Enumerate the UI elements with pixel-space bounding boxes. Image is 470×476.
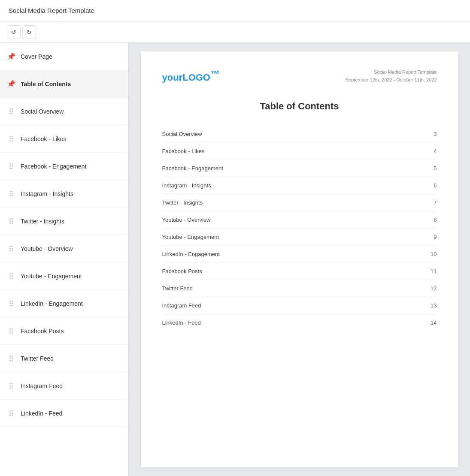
toc-entry: Twitter - Insights7 (162, 194, 437, 211)
toc-entry-label: Facebook - Engagement (162, 165, 223, 172)
sidebar-item-label: Twitter - Insights (21, 218, 64, 225)
drag-icon (7, 410, 15, 416)
page-top: yourLOGO™ Social Media Report Template S… (162, 69, 437, 84)
toc-entry-page: 3 (434, 131, 437, 137)
sidebar-item-linkedin-engagement[interactable]: LinkedIn - Engagement (0, 290, 128, 317)
report-title-meta: Social Media Report Template (346, 69, 437, 76)
toc-entry: LinkedIn - Feed14 (162, 314, 437, 331)
sidebar-item-label: LinkedIn - Engagement (21, 300, 83, 307)
toc-entry-label: Instagram - Insights (162, 182, 211, 189)
app-title: Social Media Report Template (9, 7, 94, 14)
sidebar-item-twitter-insights[interactable]: Twitter - Insights (0, 208, 128, 235)
sidebar-item-instagram-insights[interactable]: Instagram - Insights (0, 180, 128, 208)
toc-entry: Youtube - Engagement9 (162, 229, 437, 246)
date-range: September 12th, 2022 - October 11th, 202… (346, 76, 437, 84)
toc-entry: LinkedIn - Engagement10 (162, 246, 437, 263)
drag-icon (7, 246, 15, 251)
sidebar-item-facebook-engagement[interactable]: Facebook - Engagement (0, 153, 128, 180)
sidebar-item-label: Instagram - Insights (21, 190, 73, 197)
pin-icon: 📌 (7, 52, 15, 60)
sidebar-item-label: Facebook - Likes (21, 136, 67, 142)
toolbar: ↺ ↻ (0, 21, 470, 43)
toc-entry-page: 6 (434, 182, 437, 189)
sidebar: 📌Cover Page📌Table of ContentsSocial Over… (0, 43, 129, 476)
sidebar-item-youtube-overview[interactable]: Youtube - Overview (0, 235, 128, 262)
sidebar-item-social-overview[interactable]: Social Overview (0, 98, 128, 125)
sidebar-item-label: Cover Page (21, 53, 52, 60)
logo-tm: ™ (210, 69, 220, 79)
sidebar-item-label: Facebook Posts (21, 328, 64, 334)
toc-entry-label: Facebook Posts (162, 268, 202, 274)
sidebar-item-twitter-feed[interactable]: Twitter Feed (0, 345, 128, 372)
toc-entry-page: 7 (434, 199, 437, 206)
logo-brand: LOGO (182, 72, 210, 83)
toc-entry-label: Facebook - Likes (162, 148, 205, 154)
toc-list: Social Overview3Facebook - Likes4Faceboo… (162, 126, 437, 331)
page-card: yourLOGO™ Social Media Report Template S… (141, 51, 458, 467)
sidebar-item-linkedin-feed[interactable]: LinkedIn - Feed (0, 400, 128, 427)
toc-entry-page: 5 (434, 165, 437, 172)
undo-button[interactable]: ↺ (7, 25, 21, 39)
logo-prefix: your (162, 72, 183, 83)
drag-icon (7, 273, 15, 279)
toc-entry-page: 13 (431, 302, 437, 309)
drag-icon (7, 163, 15, 169)
toc-entry-label: Twitter Feed (162, 285, 193, 292)
toc-entry-page: 14 (431, 319, 437, 326)
drag-icon (7, 218, 15, 224)
toc-entry: Twitter Feed12 (162, 280, 437, 297)
toc-entry-page: 8 (434, 217, 437, 223)
toc-entry-page: 9 (434, 234, 437, 240)
page-meta: Social Media Report Template September 1… (346, 69, 437, 84)
toc-entry-page: 10 (431, 251, 437, 257)
main-layout: 📌Cover Page📌Table of ContentsSocial Over… (0, 43, 470, 476)
sidebar-item-label: Table of Contents (21, 81, 71, 87)
sidebar-item-cover-page[interactable]: 📌Cover Page (0, 43, 128, 70)
sidebar-item-label: Social Overview (21, 108, 64, 115)
sidebar-item-table-of-contents[interactable]: 📌Table of Contents (0, 70, 128, 98)
toc-entry-page: 4 (434, 148, 437, 154)
toc-entry-label: LinkedIn - Feed (162, 319, 201, 326)
sidebar-item-label: Twitter Feed (21, 355, 54, 362)
drag-icon (7, 301, 15, 306)
toc-entry: Social Overview3 (162, 126, 437, 143)
sidebar-item-label: Youtube - Engagement (21, 273, 82, 280)
logo: yourLOGO™ (162, 69, 220, 83)
toc-entry: Instagram - Insights6 (162, 177, 437, 194)
sidebar-item-youtube-engagement[interactable]: Youtube - Engagement (0, 262, 128, 290)
app-header: Social Media Report Template (0, 0, 470, 21)
sidebar-item-instagram-feed[interactable]: Instagram Feed (0, 372, 128, 400)
drag-icon (7, 383, 15, 389)
toc-entry-label: Social Overview (162, 131, 202, 137)
toc-entry-label: LinkedIn - Engagement (162, 251, 220, 257)
sidebar-item-label: Facebook - Engagement (21, 163, 86, 170)
redo-button[interactable]: ↻ (22, 25, 36, 39)
drag-icon (7, 328, 15, 334)
toc-entry-label: Instagram Feed (162, 302, 201, 309)
toc-entry: Facebook - Engagement5 (162, 160, 437, 177)
toc-entry-page: 11 (431, 268, 437, 274)
content-area: yourLOGO™ Social Media Report Template S… (129, 43, 470, 476)
sidebar-item-facebook-posts[interactable]: Facebook Posts (0, 317, 128, 345)
pin-icon: 📌 (7, 80, 15, 88)
toc-entry-page: 12 (431, 285, 437, 292)
drag-icon (7, 191, 15, 196)
drag-icon (7, 136, 15, 142)
sidebar-item-facebook-likes[interactable]: Facebook - Likes (0, 125, 128, 153)
toc-entry-label: Youtube - Engagement (162, 234, 219, 240)
drag-icon (7, 108, 15, 114)
toc-heading: Table of Contents (162, 101, 437, 112)
sidebar-item-label: Instagram Feed (21, 383, 63, 389)
toc-entry-label: Youtube - Overview (162, 217, 211, 223)
sidebar-item-label: Youtube - Overview (21, 245, 73, 252)
toc-entry: Facebook Posts11 (162, 263, 437, 280)
toc-entry: Instagram Feed13 (162, 297, 437, 314)
toc-entry: Facebook - Likes4 (162, 143, 437, 160)
sidebar-item-label: LinkedIn - Feed (21, 410, 62, 417)
drag-icon (7, 355, 15, 361)
toc-entry-label: Twitter - Insights (162, 199, 203, 206)
toc-entry: Youtube - Overview8 (162, 211, 437, 229)
